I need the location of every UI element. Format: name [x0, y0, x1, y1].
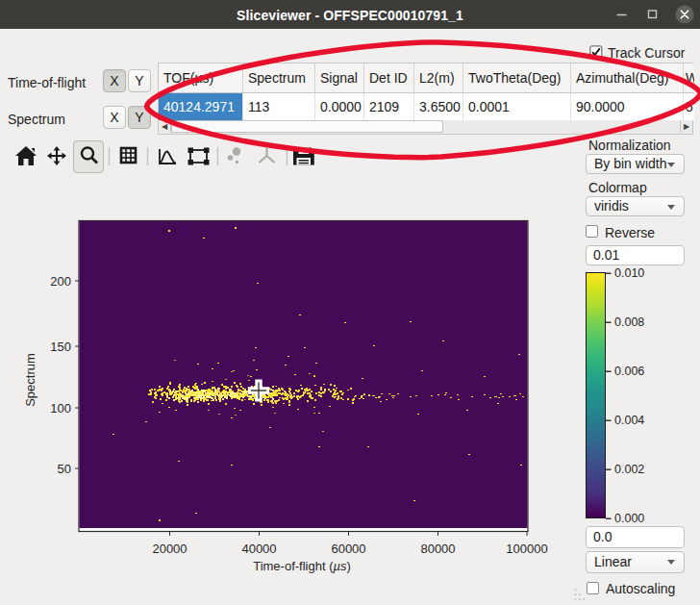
svg-text:80000: 80000 — [420, 542, 455, 556]
svg-text:Spectrum: Spectrum — [23, 353, 38, 407]
svg-text:200: 200 — [50, 274, 71, 289]
svg-text:Time-of-flight (µs): Time-of-flight (µs) — [253, 559, 351, 573]
svg-text:40000: 40000 — [241, 542, 276, 556]
svg-text:100: 100 — [50, 401, 71, 416]
svg-text:20000: 20000 — [152, 542, 187, 556]
svg-text:60000: 60000 — [331, 542, 365, 556]
svg-text:150: 150 — [50, 340, 71, 354]
svg-text:50: 50 — [58, 462, 71, 476]
svg-text:100000: 100000 — [506, 542, 547, 556]
